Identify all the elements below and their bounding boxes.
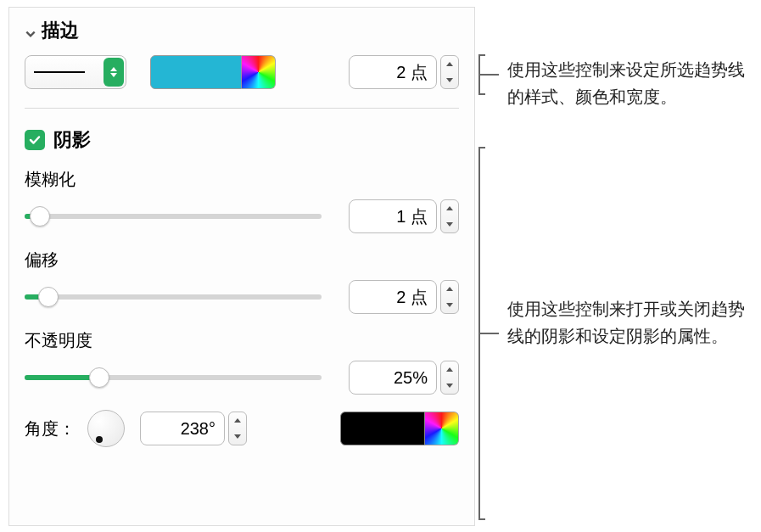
opacity-value-field[interactable]: 25% <box>349 361 437 395</box>
callout-line <box>478 54 485 56</box>
stroke-style-popup[interactable] <box>25 55 126 89</box>
offset-slider[interactable] <box>25 285 322 309</box>
angle-stepper[interactable] <box>228 412 247 445</box>
blur-slider[interactable] <box>25 204 322 228</box>
callout-stroke-text: 使用这些控制来设定所选趋势线的样式、颜色和宽度。 <box>507 56 745 110</box>
stroke-section-header[interactable]: 描边 <box>25 18 459 43</box>
blur-block: 模糊化 1 点 <box>25 168 459 233</box>
shadow-color-well[interactable] <box>340 412 425 445</box>
angle-label: 角度： <box>25 417 76 440</box>
shadow-label: 阴影 <box>53 127 91 153</box>
stepper-down-icon[interactable] <box>441 297 458 313</box>
opacity-stepper[interactable] <box>440 361 459 395</box>
shadow-checkbox[interactable] <box>25 130 45 150</box>
callout-line <box>478 147 485 148</box>
angle-value-field[interactable]: 238° <box>140 412 225 445</box>
line-sample-icon <box>34 71 85 73</box>
stepper-up-icon[interactable] <box>441 200 458 216</box>
blur-stepper[interactable] <box>440 199 459 233</box>
blur-value-field[interactable]: 1 点 <box>349 199 437 233</box>
stroke-row: 2 点 <box>25 55 459 89</box>
callout-line <box>478 518 485 520</box>
blur-label: 模糊化 <box>25 168 459 191</box>
stroke-color-well[interactable] <box>150 55 242 89</box>
updown-arrows-icon <box>104 58 124 87</box>
stepper-up-icon[interactable] <box>229 412 246 428</box>
stepper-down-icon[interactable] <box>441 378 458 394</box>
opacity-slider[interactable] <box>25 366 322 389</box>
stepper-up-icon[interactable] <box>441 361 458 378</box>
stroke-width-group: 2 点 <box>349 55 459 89</box>
angle-row: 角度： 238° <box>25 410 459 447</box>
angle-dot-icon <box>96 436 103 443</box>
stroke-width-stepper[interactable] <box>440 55 459 89</box>
callout-line <box>478 93 485 95</box>
stepper-down-icon[interactable] <box>229 428 246 445</box>
stepper-down-icon[interactable] <box>441 216 458 232</box>
stroke-section-title: 描边 <box>42 18 79 43</box>
shadow-checkbox-row: 阴影 <box>25 127 459 153</box>
offset-label: 偏移 <box>25 249 459 272</box>
offset-value-field[interactable]: 2 点 <box>349 280 437 314</box>
section-divider <box>25 108 459 109</box>
color-wheel-icon[interactable] <box>242 55 276 89</box>
callouts: 使用这些控制来设定所选趋势线的样式、颜色和宽度。 使用这些控制来打开或关闭趋势线… <box>478 7 750 526</box>
stepper-up-icon[interactable] <box>441 56 458 72</box>
stepper-down-icon[interactable] <box>441 72 458 88</box>
stroke-width-field[interactable]: 2 点 <box>349 55 437 89</box>
stroke-color-group <box>150 55 276 89</box>
callout-line <box>478 74 499 76</box>
color-wheel-icon[interactable] <box>425 412 459 445</box>
offset-block: 偏移 2 点 <box>25 249 459 314</box>
stepper-up-icon[interactable] <box>441 281 458 297</box>
angle-dial[interactable] <box>87 410 125 447</box>
callout-line <box>478 333 499 334</box>
shadow-color-group <box>340 412 459 445</box>
chevron-down-icon <box>25 25 36 36</box>
opacity-block: 不透明度 25% <box>25 329 459 395</box>
inspector-panel: 描边 2 点 阴影 模糊化 <box>8 7 475 526</box>
opacity-label: 不透明度 <box>25 329 459 352</box>
offset-stepper[interactable] <box>440 280 459 314</box>
callout-shadow-text: 使用这些控制来打开或关闭趋势线的阴影和设定阴影的属性。 <box>507 295 745 350</box>
